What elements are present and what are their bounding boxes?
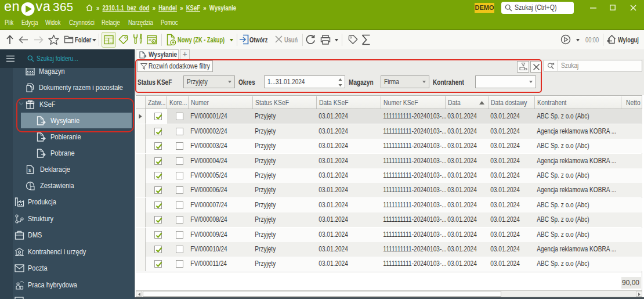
- svg-text:en: en: [4, 0, 20, 14]
- svg-text:$: $: [28, 168, 31, 173]
- svg-text:365: 365: [53, 0, 73, 13]
- svg-text:va: va: [36, 0, 51, 14]
